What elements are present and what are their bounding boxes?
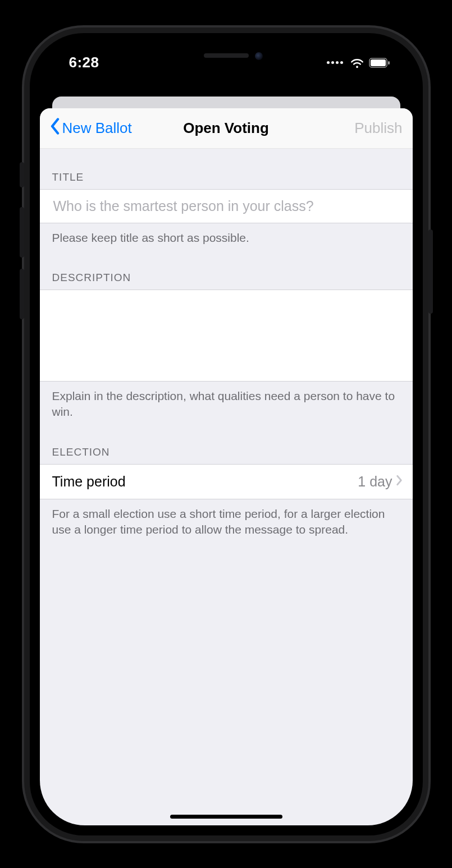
svg-rect-2 bbox=[388, 61, 390, 65]
description-input[interactable] bbox=[52, 298, 400, 373]
section-header-election: ELECTION bbox=[40, 431, 413, 464]
section-footer-election: For a small election use a short time pe… bbox=[40, 499, 413, 549]
dots-icon bbox=[327, 61, 343, 64]
modal-sheet: New Ballot Open Voting Publish TITLE Ple… bbox=[40, 108, 413, 825]
section-header-description: DESCRIPTION bbox=[40, 257, 413, 290]
section-footer-description: Explain in the description, what qualiti… bbox=[40, 382, 413, 431]
home-indicator[interactable] bbox=[170, 815, 282, 819]
form-content[interactable]: TITLE Please keep title as short as poss… bbox=[40, 149, 413, 825]
title-cell[interactable] bbox=[40, 189, 413, 223]
chevron-left-icon bbox=[50, 118, 60, 139]
publish-button[interactable]: Publish bbox=[354, 120, 402, 137]
section-footer-title: Please keep title as short as possible. bbox=[40, 223, 413, 257]
time-period-value: 1 day bbox=[358, 474, 392, 490]
back-button[interactable]: New Ballot bbox=[50, 118, 132, 139]
wifi-icon bbox=[350, 57, 364, 68]
chevron-right-icon bbox=[396, 475, 403, 488]
description-cell[interactable] bbox=[40, 290, 413, 382]
battery-icon bbox=[369, 58, 390, 68]
nav-bar: New Ballot Open Voting Publish bbox=[40, 108, 413, 149]
time-period-row[interactable]: Time period 1 day bbox=[40, 464, 413, 499]
status-time: 6:28 bbox=[59, 54, 99, 71]
time-period-label: Time period bbox=[52, 474, 126, 490]
svg-rect-1 bbox=[371, 59, 386, 66]
back-button-label: New Ballot bbox=[62, 120, 132, 137]
status-indicators bbox=[327, 57, 394, 68]
title-input[interactable] bbox=[52, 198, 400, 215]
section-header-title: TITLE bbox=[40, 149, 413, 189]
